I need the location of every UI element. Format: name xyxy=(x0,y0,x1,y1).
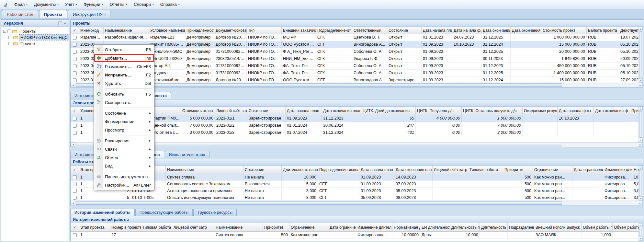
column-header[interactable]: Ожидаемые резул xyxy=(523,107,558,115)
scroll-right-button[interactable]: ► xyxy=(638,201,643,205)
table-cell[interactable] xyxy=(452,77,481,83)
table-cell[interactable]: Описать используемую технологию xyxy=(166,194,243,201)
column-header[interactable]: Дата ограничения xyxy=(328,223,356,231)
table-cell[interactable]: Как можно ран... xyxy=(533,181,572,187)
column-header[interactable]: Тип xyxy=(247,27,282,34)
column-header[interactable]: ЦИТК. Получено д/с xyxy=(416,107,462,115)
tree-expander-icon[interactable]: – xyxy=(3,30,6,33)
table-cell[interactable]: 31.12.2025 xyxy=(481,34,511,41)
column-header[interactable]: Стоимость проект xyxy=(541,27,587,34)
row-checkbox-cell[interactable] xyxy=(71,41,79,48)
table-cell[interactable]: 01.01.2024 xyxy=(286,122,322,129)
table-cell[interactable]: RUB xyxy=(587,34,619,41)
table-cell[interactable] xyxy=(523,115,558,122)
v-scrollbar-thumb[interactable] xyxy=(639,228,642,236)
menu-item[interactable]: Отобрать...F6 xyxy=(95,45,153,54)
table-cell[interactable] xyxy=(468,174,503,180)
v-scrollbar-thumb[interactable] xyxy=(639,111,642,138)
table-cell[interactable]: 7 000 000,00 xyxy=(181,122,215,129)
table-cell[interactable]: 31.12.2024 xyxy=(481,77,511,83)
table-cell[interactable]: 30.06.2024 xyxy=(322,122,361,129)
table-cell[interactable]: ФА_Техн_Рег_... xyxy=(282,63,316,69)
row-checkbox[interactable] xyxy=(73,175,77,179)
table-row[interactable]: 1501-СГТ-005Описать используемую техноло… xyxy=(71,194,643,201)
table-cell[interactable]: Как можно ран... xyxy=(533,174,572,180)
table-cell[interactable]: 2023-01/2 xyxy=(215,122,247,129)
table-cell[interactable]: 3,000 xyxy=(282,188,318,194)
table-row[interactable]: 1201-СГТ-002Аттестация основного и приме… xyxy=(71,188,643,194)
table-cell[interactable]: RUB xyxy=(587,55,619,62)
table-cell[interactable] xyxy=(433,194,468,201)
table-cell[interactable]: 01.09.2023 xyxy=(422,41,452,48)
column-header[interactable]: Типовая работа xyxy=(141,223,172,231)
table-cell[interactable]: День xyxy=(420,232,450,238)
table-cell[interactable]: 01.09.2023 xyxy=(359,174,394,180)
table-cell[interactable]: Не начата xyxy=(243,188,282,194)
menubar-item[interactable]: Функции▾ xyxy=(80,1,106,8)
table-cell[interactable]: 1 400 000 000,00 xyxy=(541,70,587,76)
column-header[interactable]: Состояние xyxy=(387,27,422,34)
table-cell[interactable]: 10.10.2023 xyxy=(558,115,594,122)
tree-checkbox[interactable] xyxy=(7,29,11,33)
table-cell[interactable]: СГТ xyxy=(316,77,352,83)
table-cell[interactable]: RUB xyxy=(587,48,619,55)
column-header[interactable]: Состояние xyxy=(243,166,282,174)
grid-view-icon[interactable] xyxy=(58,21,62,25)
table-cell[interactable] xyxy=(452,55,481,62)
table-cell[interactable]: 500 xyxy=(503,174,533,180)
table-cell[interactable]: Согласовать состав с Заказчиком xyxy=(166,181,243,187)
menu-item[interactable]: УдалитьDel xyxy=(95,79,153,87)
table-cell[interactable]: Разработка изделия 123 xyxy=(104,34,149,41)
table-cell[interactable]: 3 000 000,00 xyxy=(462,129,523,136)
tree-item[interactable]: НИОКР по ГОЗ без НДС xyxy=(2,34,68,40)
column-header[interactable]: Дата окончания пл xyxy=(481,27,511,34)
table-cell[interactable]: СГК xyxy=(316,55,352,62)
table-cell[interactable] xyxy=(572,181,603,187)
scroll-up-button[interactable]: ▲ xyxy=(639,223,643,227)
table-cell[interactable]: Открыт xyxy=(387,70,422,76)
table-cell[interactable]: Ф А_Техн_Рег_... xyxy=(282,48,316,55)
column-header[interactable]: Наименование xyxy=(166,166,243,174)
table-cell[interactable]: Соболева О. А. xyxy=(352,48,387,55)
table-cell[interactable]: Демопример xyxy=(185,55,214,62)
row-checkbox[interactable] xyxy=(73,131,77,135)
table-cell[interactable]: Не начата xyxy=(243,174,282,180)
table-cell[interactable]: СГК xyxy=(316,48,352,55)
table-cell[interactable]: НИОКР по ГОЗ ... xyxy=(247,77,282,83)
table-cell[interactable]: 500 xyxy=(503,181,533,187)
table-cell[interactable]: 05.09.2023 xyxy=(359,194,394,201)
column-header[interactable]: Длительность план▼ xyxy=(282,166,318,174)
scroll-up-button[interactable]: ▲ xyxy=(639,107,643,111)
column-header[interactable]: Объём работы пл xyxy=(582,223,613,231)
column-header[interactable]: Дата окончания ф xyxy=(594,107,630,115)
column-header[interactable]: Ограничение xyxy=(533,166,572,174)
v-scrollbar-thumb[interactable] xyxy=(639,170,642,196)
row-checkbox[interactable] xyxy=(73,182,77,186)
column-header[interactable]: Стоимость этапа xyxy=(181,107,215,115)
tree-checkbox[interactable] xyxy=(8,36,12,39)
v-scrollbar[interactable]: ▲▼ xyxy=(638,223,643,241)
menu-item[interactable]: Просмотр▶ xyxy=(95,126,153,134)
table-cell[interactable] xyxy=(572,174,603,180)
table-cell[interactable]: Демопример xyxy=(185,48,214,55)
table-cell[interactable]: 1 000 000,00 xyxy=(462,115,523,122)
table-cell[interactable]: 31.12.2023 xyxy=(481,63,511,69)
table-row[interactable]: 1...ого отчета с ...3 000 000,002023-01/… xyxy=(71,129,643,136)
table-row[interactable]: 101-СГТ-001Согласовать состав с Заказчик… xyxy=(71,181,643,188)
column-header[interactable]: ЦИТК. Осталось получить д/с xyxy=(462,107,523,115)
table-cell[interactable]: 01.01.2023 xyxy=(422,34,452,41)
table-row[interactable]: 2023-05ДредноутДемопример017310000922...… xyxy=(71,70,643,77)
table-cell[interactable]: Синтез сплава xyxy=(166,174,243,180)
row-checkbox[interactable] xyxy=(73,189,77,193)
row-checkbox[interactable] xyxy=(73,50,77,54)
row-checkbox[interactable] xyxy=(73,36,77,40)
table-cell[interactable]: СГК xyxy=(316,63,352,69)
table-cell[interactable] xyxy=(452,63,481,69)
table-cell[interactable]: Договор №202... xyxy=(214,41,247,48)
column-header[interactable]: Дата окончания ф xyxy=(511,27,541,34)
table-cell[interactable]: Договор №202... xyxy=(214,34,247,41)
table-cell[interactable] xyxy=(523,129,558,136)
scroll-right-button[interactable]: ► xyxy=(638,143,643,147)
menu-item[interactable]: Вид▶ xyxy=(95,162,153,170)
table-cell[interactable]: НИИ_НМ_Бочв... xyxy=(282,55,316,62)
